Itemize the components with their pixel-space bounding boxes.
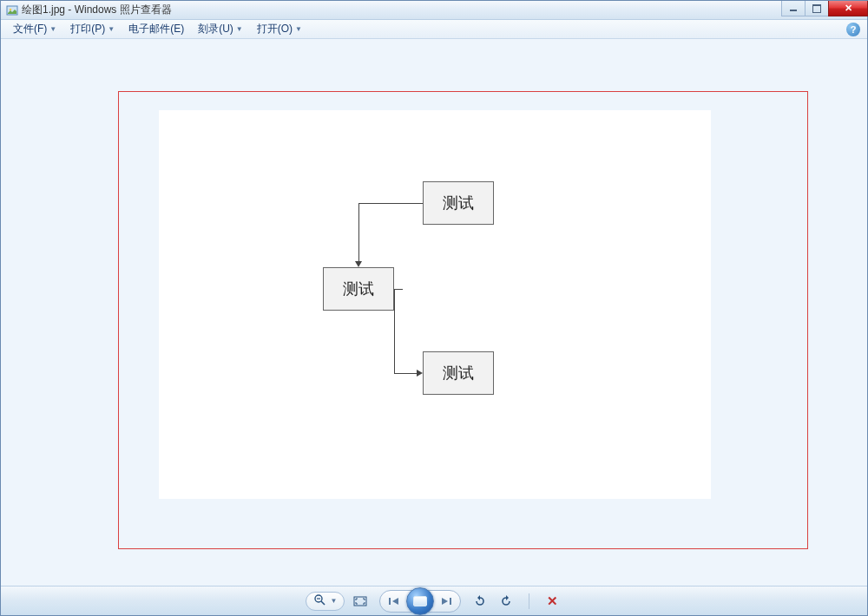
svg-rect-6 [389, 598, 391, 605]
svg-marker-7 [392, 598, 398, 605]
rotate-ccw-button[interactable] [470, 592, 490, 611]
previous-button[interactable] [384, 591, 404, 612]
rotate-cw-button[interactable] [496, 592, 516, 611]
next-button[interactable] [436, 591, 457, 612]
diagram-box-3-label: 测试 [443, 363, 474, 383]
prev-icon [388, 596, 400, 606]
svg-marker-10 [477, 595, 480, 600]
diagram-connector [394, 373, 418, 374]
minimize-button[interactable] [781, 1, 806, 16]
menu-print-label: 打印(P) [70, 22, 105, 36]
chevron-down-icon: ▼ [236, 25, 243, 33]
slideshow-icon [413, 596, 427, 606]
rotate-ccw-icon [473, 594, 487, 608]
rotate-cw-icon [499, 594, 513, 608]
separator [529, 593, 529, 609]
fit-to-window-button[interactable] [350, 592, 371, 611]
chevron-down-icon: ▼ [331, 597, 338, 605]
arrow-right-icon [417, 370, 423, 377]
diagram-box-1: 测试 [423, 181, 494, 225]
window-title: 绘图1.jpg - Windows 照片查看器 [22, 3, 172, 17]
svg-line-3 [321, 601, 325, 605]
photo-canvas: 测试 测试 测试 [159, 110, 711, 499]
close-button[interactable] [828, 1, 868, 16]
menu-print[interactable]: 打印(P) ▼ [63, 21, 122, 38]
menu-open-label: 打开(O) [257, 22, 293, 36]
help-button[interactable]: ? [846, 23, 860, 36]
next-icon [440, 596, 452, 606]
menu-file-label: 文件(F) [13, 22, 47, 36]
delete-icon: ✕ [547, 593, 558, 609]
menu-file[interactable]: 文件(F) ▼ [6, 21, 63, 38]
maximize-button[interactable] [805, 1, 829, 16]
diagram-box-3: 测试 [423, 351, 494, 395]
viewer-toolbar: ▼ [1, 586, 867, 615]
svg-rect-9 [450, 598, 451, 605]
menu-email-label: 电子邮件(E) [128, 22, 184, 36]
fit-icon [353, 595, 367, 607]
titlebar: 绘图1.jpg - Windows 照片查看器 [1, 1, 867, 20]
menu-email[interactable]: 电子邮件(E) [122, 21, 191, 38]
chevron-down-icon: ▼ [108, 25, 115, 33]
chevron-down-icon: ▼ [295, 25, 302, 33]
svg-marker-11 [506, 595, 509, 600]
zoom-out-icon [313, 593, 326, 608]
app-icon [6, 4, 18, 16]
menu-open[interactable]: 打开(O) ▼ [250, 21, 309, 38]
svg-point-1 [10, 8, 12, 10]
menu-burn-label: 刻录(U) [198, 22, 233, 36]
diagram-connector [394, 289, 395, 373]
arrow-down-icon [355, 261, 362, 267]
chevron-down-icon: ▼ [49, 25, 56, 33]
menubar: 文件(F) ▼ 打印(P) ▼ 电子邮件(E) 刻录(U) ▼ 打开(O) ▼ … [1, 20, 867, 39]
menu-burn[interactable]: 刻录(U) ▼ [191, 21, 250, 38]
diagram-box-1-label: 测试 [443, 193, 474, 213]
delete-button[interactable]: ✕ [542, 592, 562, 611]
diagram-box-2: 测试 [323, 267, 394, 311]
zoom-button[interactable]: ▼ [306, 592, 345, 611]
app-window: 绘图1.jpg - Windows 照片查看器 文件(F) ▼ 打印(P) ▼ … [0, 0, 868, 616]
zoom-group: ▼ [306, 592, 372, 611]
diagram-connector [394, 289, 403, 290]
slideshow-button[interactable] [406, 587, 434, 615]
diagram-connector [358, 203, 359, 262]
svg-marker-8 [442, 598, 448, 605]
photo-viewport: 测试 测试 测试 [1, 39, 867, 586]
diagram-box-2-label: 测试 [343, 279, 374, 299]
rotate-group [470, 592, 516, 611]
diagram-connector [358, 203, 423, 204]
navigation-group [379, 590, 461, 613]
window-controls [781, 1, 867, 18]
